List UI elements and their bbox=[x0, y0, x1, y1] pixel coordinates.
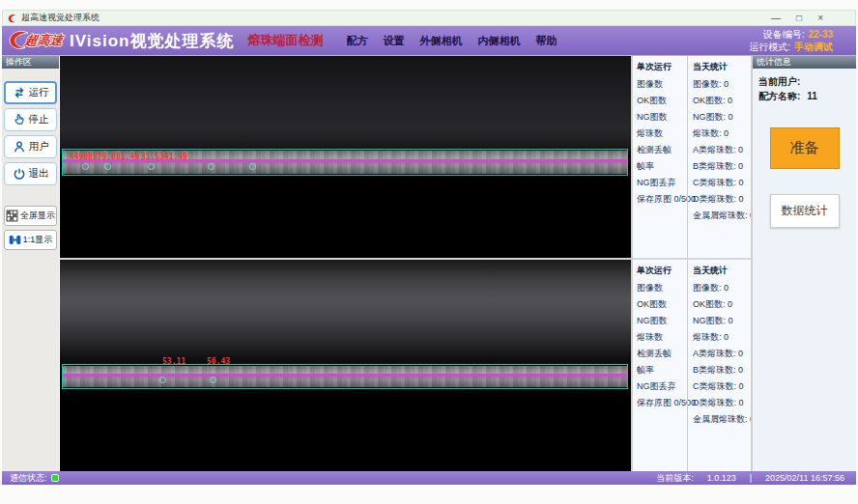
statistics-column: 单次运行 图像数 OK图数 NG图数 熔珠数 检测丢帧 帧率 NG图丢弃 保存原… bbox=[631, 56, 751, 471]
stat-row: A类熔珠数: 0 bbox=[693, 142, 755, 158]
stat-row: 帧率 bbox=[637, 362, 686, 378]
menu-item-help[interactable]: 帮助 bbox=[535, 34, 557, 48]
exit-button-label: 退出 bbox=[29, 167, 49, 181]
window-controls: — □ × bbox=[771, 14, 850, 23]
day-stats-column: 当天统计 图像数: 0 OK图数: 0 NG图数: 0 熔珠数: 0 A类熔珠数… bbox=[687, 56, 756, 258]
one-to-one-icon bbox=[9, 234, 21, 246]
run-stats-column: 单次运行 图像数 OK图数 NG图数 熔珠数 检测丢帧 帧率 NG图丢弃 保存原… bbox=[633, 56, 687, 258]
app-window: 超高速视觉处理系统 — □ × 超高速 IVision视觉处理系统 熔珠端面检测… bbox=[2, 10, 856, 485]
stop-button[interactable]: 停止 bbox=[4, 108, 57, 131]
stat-row: 图像数 bbox=[637, 280, 686, 296]
stat-row: NG图数: 0 bbox=[693, 313, 755, 329]
menu-item-inner-camera[interactable]: 内侧相机 bbox=[477, 34, 520, 48]
stat-row: NG图丢弃 bbox=[637, 175, 686, 191]
detection-mark bbox=[104, 163, 111, 170]
window-titlebar: 超高速视觉处理系统 — □ × bbox=[2, 10, 856, 26]
stat-row: OK图数 bbox=[637, 296, 686, 313]
measurement-annotation: 31.5341.49 bbox=[141, 153, 187, 161]
close-button[interactable]: × bbox=[817, 14, 823, 23]
stat-row: 图像数: 0 bbox=[693, 280, 755, 296]
measurement-annotation: 53.11 bbox=[162, 357, 186, 366]
run-stats-column: 单次运行 图像数 OK图数 NG图数 熔珠数 检测丢帧 帧率 NG图丢弃 保存原… bbox=[633, 260, 687, 471]
brand-logo-text: 超高速 bbox=[23, 32, 64, 49]
device-id-label: 设备编号: bbox=[763, 29, 805, 40]
fullscreen-grid-icon bbox=[6, 210, 18, 222]
status-bar-right: 当前版本: 1.0.123 | 2025/02/11 16:57:56 bbox=[656, 472, 848, 485]
run-stats-title: 单次运行 bbox=[637, 265, 686, 277]
app-header: 超高速 IVision视觉处理系统 熔珠端面检测 配方 设置 外侧相机 内侧相机… bbox=[2, 26, 856, 55]
stat-row: D类熔珠数: 0 bbox=[693, 191, 755, 208]
day-stats-column: 当天统计 图像数: 0 OK图数: 0 NG图数: 0 熔珠数: 0 A类熔珠数… bbox=[687, 260, 756, 471]
camera-view-area: 44988579.881.49 31.5341.49 53.11 56.43 bbox=[60, 56, 631, 471]
maximize-button[interactable]: □ bbox=[796, 14, 802, 23]
menu-item-outer-camera[interactable]: 外侧相机 bbox=[419, 34, 462, 48]
stat-row: 检测丢帧 bbox=[637, 142, 686, 158]
detection-mark bbox=[249, 163, 256, 170]
sidebar-buttons: 运行 停止 用户 bbox=[2, 69, 59, 250]
sidebar-title: 操作区 bbox=[2, 56, 59, 69]
menu-item-recipe[interactable]: 配方 bbox=[346, 34, 367, 48]
main-menu: 配方 设置 外侧相机 内侧相机 帮助 bbox=[346, 34, 557, 48]
window-title: 超高速视觉处理系统 bbox=[21, 12, 100, 24]
stat-row: C类熔珠数: 0 bbox=[693, 175, 755, 191]
weld-strip bbox=[63, 366, 627, 387]
info-panel: 统计信息 当前用户: 配方名称: 11 准备 数据统计 bbox=[751, 56, 856, 471]
stat-row: 熔珠数 bbox=[637, 126, 686, 142]
screen: 超高速视觉处理系统 — □ × 超高速 IVision视觉处理系统 熔珠端面检测… bbox=[0, 0, 858, 504]
prepare-button[interactable]: 准备 bbox=[770, 127, 840, 169]
brand-logo: 超高速 bbox=[8, 30, 63, 51]
operation-sidebar: 操作区 运行 停止 bbox=[2, 56, 60, 471]
recipe-name-label: 配方名称: bbox=[758, 91, 800, 101]
user-button[interactable]: 用户 bbox=[4, 135, 57, 158]
detection-mark bbox=[82, 163, 89, 170]
stat-row: C类熔珠数: 0 bbox=[693, 378, 755, 395]
stat-row: OK图数: 0 bbox=[693, 296, 755, 313]
menu-item-settings[interactable]: 设置 bbox=[383, 34, 404, 48]
user-icon bbox=[13, 140, 26, 154]
status-separator: | bbox=[750, 473, 752, 483]
stat-row: NG图数 bbox=[637, 313, 686, 329]
stats-panel-outer: 单次运行 图像数 OK图数 NG图数 熔珠数 检测丢帧 帧率 NG图丢弃 保存原… bbox=[633, 56, 751, 258]
stat-row: 检测丢帧 bbox=[637, 346, 686, 362]
version-label: 当前版本: bbox=[656, 472, 694, 485]
app-logo-icon bbox=[8, 14, 17, 23]
stat-row: NG图数: 0 bbox=[693, 109, 755, 126]
current-user-label: 当前用户: bbox=[758, 76, 800, 87]
hand-stop-icon bbox=[13, 113, 26, 126]
status-bar: 通信状态: 当前版本: 1.0.123 | 2025/02/11 16:57:5… bbox=[2, 471, 856, 485]
day-stats-title: 当天统计 bbox=[693, 61, 755, 73]
camera-view-inner[interactable]: 53.11 56.43 bbox=[60, 260, 631, 471]
stats-panel-inner: 单次运行 图像数 OK图数 NG图数 熔珠数 检测丢帧 帧率 NG图丢弃 保存原… bbox=[633, 260, 751, 471]
run-button[interactable]: 运行 bbox=[4, 81, 57, 104]
exit-button[interactable]: 退出 bbox=[4, 162, 57, 185]
stat-row: NG图丢弃 bbox=[637, 378, 686, 395]
version-value: 1.0.123 bbox=[707, 473, 736, 483]
stop-button-label: 停止 bbox=[29, 113, 49, 126]
fullscreen-button[interactable]: 全屏显示 bbox=[4, 206, 57, 226]
measurement-annotation: 44988579.881.49 bbox=[70, 153, 139, 161]
day-stats-title: 当天统计 bbox=[693, 265, 755, 277]
power-icon bbox=[13, 167, 26, 181]
stat-row: B类熔珠数: 0 bbox=[693, 362, 755, 378]
camera-view-outer[interactable]: 44988579.881.49 31.5341.49 bbox=[60, 56, 631, 258]
detection-mark bbox=[159, 377, 166, 383]
one-to-one-button[interactable]: 1:1显示 bbox=[4, 230, 57, 250]
datetime-value: 2025/02/11 16:57:56 bbox=[765, 473, 844, 483]
comm-status-indicator bbox=[51, 474, 59, 482]
detection-mark bbox=[208, 163, 214, 170]
stat-row: OK图数: 0 bbox=[693, 93, 755, 109]
minimize-button[interactable]: — bbox=[771, 14, 781, 23]
stat-row: 图像数 bbox=[637, 76, 686, 93]
recipe-name-value: 11 bbox=[807, 91, 817, 101]
user-button-label: 用户 bbox=[29, 140, 49, 154]
fullscreen-button-label: 全屏显示 bbox=[20, 210, 55, 222]
stat-row: 熔珠数: 0 bbox=[693, 329, 755, 346]
stat-row: 金属屑熔珠数: 0 bbox=[693, 411, 755, 428]
stat-row: NG图数 bbox=[637, 109, 686, 126]
data-statistics-button[interactable]: 数据统计 bbox=[770, 194, 840, 228]
sync-arrows-icon bbox=[13, 86, 26, 99]
stat-row: 图像数: 0 bbox=[693, 76, 755, 93]
stat-row: OK图数 bbox=[637, 93, 686, 109]
detection-mark bbox=[148, 163, 155, 170]
run-mode-value: 手动调试 bbox=[794, 42, 833, 52]
